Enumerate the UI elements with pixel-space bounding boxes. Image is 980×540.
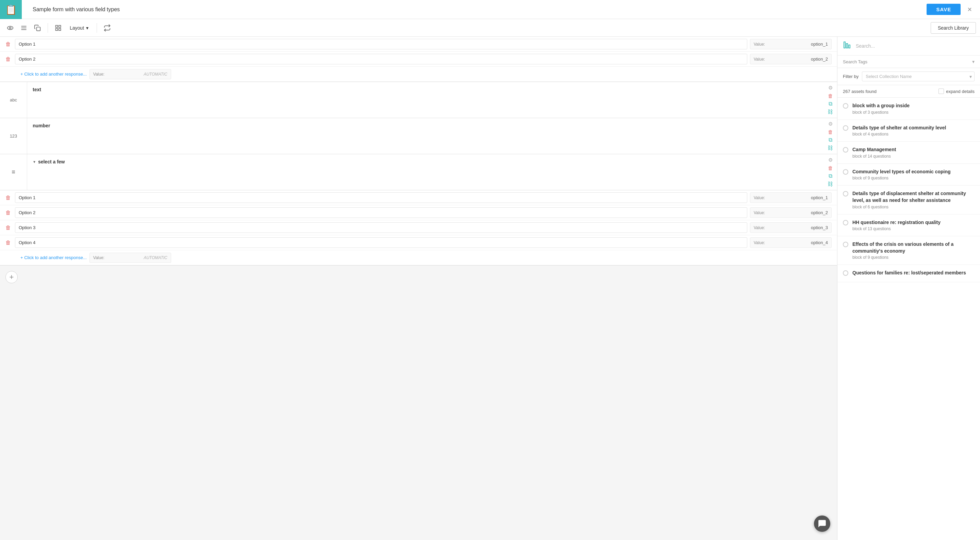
number-type-label: 123 (0, 118, 27, 154)
radio-item-6[interactable] (843, 242, 848, 247)
chat-widget-button[interactable] (814, 516, 830, 532)
delete-option-b1-icon[interactable]: 🗑 (5, 195, 11, 201)
option-b1-input[interactable] (15, 193, 747, 203)
lib-item-title-5: HH questionaire re: registration quality (853, 219, 975, 226)
library-item-1[interactable]: Details type of shelter at community lev… (837, 120, 980, 142)
filter-by-label: Filter by (843, 74, 859, 79)
grid-icon[interactable] (52, 22, 64, 34)
search-tags-label: Search Tags (843, 59, 867, 64)
settings-icon-select-few[interactable]: ⚙ (828, 157, 833, 163)
option-b3-input[interactable] (15, 222, 747, 233)
svg-rect-8 (59, 28, 61, 30)
delete-icon-text[interactable]: 🗑 (828, 93, 833, 99)
lib-item-content-0: block with a group inside block of 3 que… (853, 102, 975, 115)
top-options-section: 🗑 Value: option_1 🗑 Value: option_2 + Cl… (0, 37, 837, 82)
expand-details-label[interactable]: expand details (946, 89, 975, 94)
select-few-type-label: ≡ (0, 154, 27, 190)
add-button-area: + (0, 266, 837, 289)
link-icon-select-few[interactable]: ⛓ (827, 181, 833, 187)
library-search-input[interactable] (854, 42, 975, 50)
link-icon-text[interactable]: ⛓ (827, 109, 833, 115)
lib-item-content-3: Community level types of economic coping… (853, 169, 975, 181)
number-form-item: 123 number ⚙ 🗑 ⧉ ⛓ (0, 118, 837, 154)
library-item-0[interactable]: block with a group inside block of 3 que… (837, 98, 980, 120)
add-item-button[interactable]: + (5, 271, 18, 283)
delete-option-b2-icon[interactable]: 🗑 (5, 210, 11, 216)
option-b2-input[interactable] (15, 207, 747, 218)
radio-item-4[interactable] (843, 191, 848, 196)
copy-icon[interactable] (31, 22, 43, 34)
value-text-b1: option_1 (811, 195, 828, 200)
bottom-options-section: 🗑 Value: option_1 🗑 Value: option_2 🗑 (0, 190, 837, 266)
close-button[interactable]: × (965, 4, 975, 15)
tags-dropdown-icon[interactable]: ▾ (972, 59, 975, 64)
library-item-4[interactable]: Details type of displacement shelter at … (837, 186, 980, 214)
delete-icon-number[interactable]: 🗑 (828, 129, 833, 135)
delete-option-b3-icon[interactable]: 🗑 (5, 225, 11, 231)
list-icon[interactable] (18, 22, 30, 34)
svg-rect-12 (849, 45, 850, 48)
eye-icon[interactable] (4, 22, 16, 34)
clone-icon-select-few[interactable]: ⧉ (829, 173, 832, 179)
text-item-actions: ⚙ 🗑 ⧉ ⛓ (824, 82, 837, 118)
library-item-2[interactable]: Camp Management block of 14 questions (837, 142, 980, 164)
form-area: 🗑 Value: option_1 🗑 Value: option_2 + Cl… (0, 37, 837, 540)
delete-option-b4-icon[interactable]: 🗑 (5, 240, 11, 246)
radio-item-7[interactable] (843, 270, 848, 276)
radio-item-1[interactable] (843, 125, 848, 131)
radio-item-0[interactable] (843, 103, 848, 108)
value-auto-label-bottom: Value: (93, 255, 107, 260)
radio-item-3[interactable] (843, 169, 848, 175)
delete-icon-select-few[interactable]: 🗑 (828, 165, 833, 171)
svg-rect-11 (846, 44, 848, 48)
sidebar-filter-row: Filter by Select Collection Name ▾ (837, 68, 980, 85)
library-list: block with a group inside block of 3 que… (837, 98, 980, 540)
add-response-row-top: + Click to add another response... Value… (0, 67, 837, 82)
search-library-button[interactable]: Search Library (931, 22, 976, 34)
delete-option-2-icon[interactable]: 🗑 (5, 56, 11, 62)
svg-rect-6 (56, 25, 58, 27)
export-icon[interactable] (101, 22, 113, 34)
option-b4-input[interactable] (15, 237, 747, 248)
layout-button[interactable]: Layout ▾ (66, 23, 92, 33)
delete-option-1-icon[interactable]: 🗑 (5, 41, 11, 47)
option-1-input[interactable] (15, 39, 747, 49)
value-cell-b3: Value: option_3 (750, 222, 832, 233)
add-response-link-top[interactable]: + Click to add another response... (5, 69, 87, 79)
library-item-5[interactable]: HH questionaire re: registration quality… (837, 215, 980, 237)
clone-icon-text[interactable]: ⧉ (829, 101, 832, 107)
lib-item-title-0: block with a group inside (853, 102, 975, 109)
radio-item-5[interactable] (843, 220, 848, 225)
text-type-label: abc (0, 82, 27, 118)
link-icon-number[interactable]: ⛓ (827, 145, 833, 151)
select-few-content: ▼ select a few (27, 154, 824, 190)
radio-item-2[interactable] (843, 147, 848, 153)
library-item-6[interactable]: Effects of the crisis on various element… (837, 236, 980, 265)
settings-icon-number[interactable]: ⚙ (828, 121, 833, 127)
text-label: text (33, 87, 41, 92)
logo-icon: 📋 (5, 4, 17, 15)
value-label-2: Value: (754, 57, 767, 62)
expand-details-checkbox[interactable] (939, 89, 944, 94)
logo-area: 📋 (0, 0, 22, 19)
lib-item-sub-4: block of 6 questions (853, 205, 975, 209)
sidebar-search-header (837, 37, 980, 56)
lib-item-content-4: Details type of displacement shelter at … (853, 190, 975, 209)
lib-item-content-7: Questions for families re: lost/seperate… (853, 270, 975, 277)
clone-icon-number[interactable]: ⧉ (829, 137, 832, 143)
option-row-b3: 🗑 Value: option_3 (0, 220, 837, 235)
option-2-input[interactable] (15, 54, 747, 64)
lib-item-sub-1: block of 4 questions (853, 132, 975, 137)
settings-icon-text[interactable]: ⚙ (828, 85, 833, 91)
library-item-3[interactable]: Community level types of economic coping… (837, 164, 980, 186)
main-layout: 🗑 Value: option_1 🗑 Value: option_2 + Cl… (0, 37, 980, 540)
lib-item-sub-0: block of 3 questions (853, 110, 975, 115)
expand-details-area: expand details (939, 89, 975, 94)
value-cell-2: Value: option_2 (750, 54, 832, 64)
save-button[interactable]: SAVE (927, 4, 961, 15)
layout-label: Layout (70, 25, 84, 31)
collection-select[interactable]: Select Collection Name (862, 72, 975, 81)
library-item-7[interactable]: Questions for families re: lost/seperate… (837, 265, 980, 282)
add-response-link-bottom[interactable]: + Click to add another response... (5, 252, 87, 263)
lib-item-sub-6: block of 9 questions (853, 255, 975, 260)
